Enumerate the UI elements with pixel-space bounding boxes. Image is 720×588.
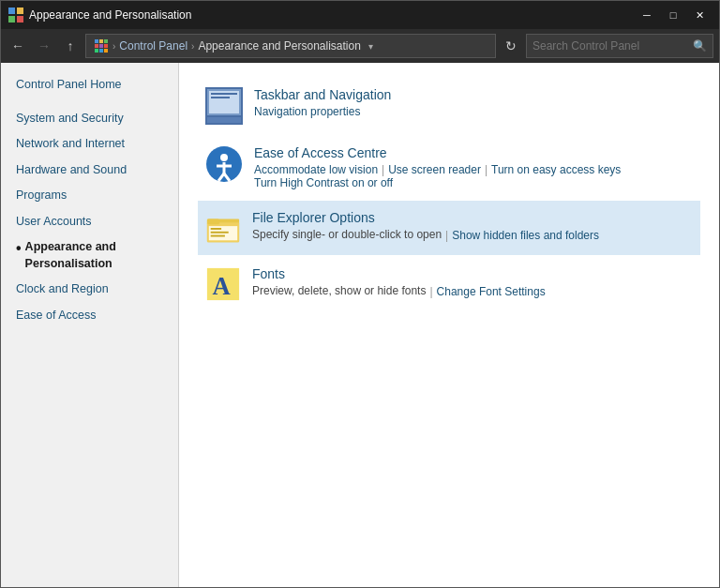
sidebar: Control Panel Home System and Security N… bbox=[1, 63, 179, 587]
ease-link-4[interactable]: Turn High Contrast on or off bbox=[254, 176, 393, 189]
breadcrumb-dropdown-icon[interactable]: ▾ bbox=[368, 41, 373, 52]
breadcrumb-current: Appearance and Personalisation bbox=[198, 39, 360, 53]
svg-rect-9 bbox=[104, 44, 108, 48]
main-area: Control Panel Home System and Security N… bbox=[1, 63, 719, 587]
breadcrumb-chevron: › bbox=[112, 41, 115, 52]
svg-rect-17 bbox=[211, 93, 237, 95]
svg-rect-4 bbox=[95, 39, 98, 43]
ease-of-access-title[interactable]: Ease of Access Centre bbox=[254, 145, 693, 160]
search-box: 🔍 bbox=[526, 34, 713, 58]
ease-of-access-icon bbox=[205, 145, 243, 183]
file-explorer-text: File Explorer Options Specify single- or… bbox=[252, 210, 693, 243]
breadcrumb: › Control Panel › Appearance and Persona… bbox=[85, 34, 496, 58]
content-area: Taskbar and Navigation Navigation proper… bbox=[179, 63, 719, 587]
window-title: Appearance and Personalisation bbox=[29, 8, 635, 22]
fonts-title[interactable]: Fonts bbox=[252, 266, 693, 281]
breadcrumb-control-panel[interactable]: Control Panel bbox=[119, 39, 188, 53]
svg-rect-12 bbox=[104, 49, 108, 53]
taskbar-icon bbox=[205, 87, 243, 125]
svg-rect-5 bbox=[99, 39, 103, 43]
pipe1: | bbox=[382, 163, 384, 176]
breadcrumb-sep2: › bbox=[191, 41, 194, 52]
window-icon bbox=[8, 8, 23, 23]
ease-of-access-links2: Turn High Contrast on or off bbox=[254, 176, 693, 189]
address-bar: ← → ↑ › Control Panel › Appearance and P… bbox=[1, 29, 719, 63]
search-input[interactable] bbox=[532, 39, 689, 53]
fonts-link-1[interactable]: Change Font Settings bbox=[437, 285, 546, 298]
svg-rect-27 bbox=[207, 219, 219, 225]
svg-text:A: A bbox=[213, 272, 232, 300]
sidebar-item-clock-region[interactable]: Clock and Region bbox=[1, 277, 178, 303]
sidebar-item-control-panel-home[interactable]: Control Panel Home bbox=[1, 72, 178, 98]
taskbar-text: Taskbar and Navigation Navigation proper… bbox=[254, 87, 693, 118]
sidebar-item-appearance[interactable]: Appearance and Personalisation bbox=[1, 234, 178, 277]
fonts-links: Preview, delete, show or hide fonts | Ch… bbox=[252, 284, 693, 299]
taskbar-link-1[interactable]: Navigation properties bbox=[254, 105, 360, 118]
file-explorer-icon bbox=[205, 210, 241, 246]
fonts-item: A Fonts Preview, delete, show or hide fo… bbox=[198, 257, 700, 311]
sidebar-item-programs[interactable]: Programs bbox=[1, 183, 178, 209]
svg-rect-30 bbox=[211, 232, 229, 234]
file-explorer-title[interactable]: File Explorer Options bbox=[252, 210, 693, 225]
file-explorer-links: Specify single- or double-click to open … bbox=[252, 228, 693, 243]
title-bar: Appearance and Personalisation ─ □ ✕ bbox=[1, 1, 719, 29]
up-button[interactable]: ↑ bbox=[59, 35, 82, 57]
minimize-button[interactable]: ─ bbox=[635, 6, 659, 24]
main-window: Appearance and Personalisation ─ □ ✕ ← →… bbox=[0, 0, 720, 588]
sidebar-item-system-security[interactable]: System and Security bbox=[1, 106, 178, 132]
pipe2: | bbox=[485, 163, 488, 176]
back-button[interactable]: ← bbox=[7, 35, 29, 57]
ease-of-access-links: Accommodate low vision | Use screen read… bbox=[254, 163, 693, 176]
svg-rect-10 bbox=[95, 49, 98, 53]
svg-rect-6 bbox=[104, 39, 108, 43]
file-explorer-subtitle: Specify single- or double-click to open bbox=[252, 228, 442, 241]
forward-button[interactable]: → bbox=[33, 35, 55, 57]
svg-rect-1 bbox=[17, 8, 23, 14]
ease-of-access-item: Ease of Access Centre Accommodate low vi… bbox=[198, 136, 700, 199]
svg-rect-3 bbox=[17, 16, 23, 23]
maximize-button[interactable]: □ bbox=[661, 6, 685, 24]
taskbar-item: Taskbar and Navigation Navigation proper… bbox=[198, 78, 700, 134]
ease-link-1[interactable]: Accommodate low vision bbox=[254, 163, 378, 176]
sidebar-item-network-internet[interactable]: Network and Internet bbox=[1, 131, 178, 158]
svg-rect-29 bbox=[211, 228, 221, 230]
pipe3: | bbox=[445, 229, 448, 242]
file-explorer-item: File Explorer Options Specify single- or… bbox=[198, 201, 700, 255]
svg-rect-18 bbox=[211, 97, 230, 98]
sidebar-item-user-accounts[interactable]: User Accounts bbox=[1, 209, 178, 235]
fonts-icon: A bbox=[205, 266, 241, 302]
taskbar-links: Navigation properties bbox=[254, 105, 693, 118]
ease-link-2[interactable]: Use screen reader bbox=[388, 163, 481, 176]
fonts-subtitle: Preview, delete, show or hide fonts bbox=[252, 284, 426, 297]
svg-rect-15 bbox=[207, 117, 241, 123]
svg-rect-31 bbox=[211, 235, 225, 237]
ease-link-3[interactable]: Turn on easy access keys bbox=[491, 163, 621, 176]
svg-point-20 bbox=[220, 154, 228, 161]
refresh-button[interactable]: ↻ bbox=[500, 35, 522, 57]
svg-rect-2 bbox=[8, 16, 15, 23]
svg-rect-0 bbox=[8, 8, 15, 14]
sidebar-item-hardware-sound[interactable]: Hardware and Sound bbox=[1, 158, 178, 184]
window-controls: ─ □ ✕ bbox=[635, 6, 712, 24]
file-explorer-link-1[interactable]: Show hidden files and folders bbox=[452, 229, 599, 242]
pipe4: | bbox=[429, 285, 432, 298]
breadcrumb-home-icon bbox=[94, 38, 109, 53]
taskbar-title[interactable]: Taskbar and Navigation bbox=[254, 87, 693, 102]
svg-rect-7 bbox=[95, 44, 98, 48]
close-button[interactable]: ✕ bbox=[687, 6, 712, 24]
search-icon[interactable]: 🔍 bbox=[693, 39, 707, 53]
svg-rect-8 bbox=[99, 44, 103, 48]
ease-of-access-text: Ease of Access Centre Accommodate low vi… bbox=[254, 145, 693, 189]
sidebar-item-ease-of-access[interactable]: Ease of Access bbox=[1, 303, 178, 329]
fonts-text: Fonts Preview, delete, show or hide font… bbox=[252, 266, 693, 299]
svg-rect-11 bbox=[99, 49, 103, 53]
